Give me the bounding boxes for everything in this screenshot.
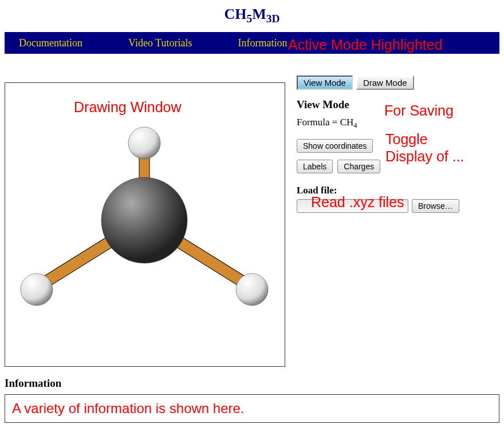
annotation-read-xyz: Read .xyz files bbox=[311, 194, 404, 211]
annotation-toggle-display: Display of ... bbox=[385, 148, 464, 165]
atom-hydrogen-right bbox=[236, 273, 268, 306]
annotation-drawing-window: Drawing Window bbox=[74, 99, 182, 116]
atom-hydrogen-top bbox=[128, 127, 160, 159]
annotation-for-saving: For Saving bbox=[384, 102, 454, 119]
show-coordinates-button[interactable]: Show coordinates bbox=[297, 139, 373, 153]
labels-button[interactable]: Labels bbox=[297, 160, 333, 173]
molecule-svg bbox=[5, 83, 286, 367]
app-title: CH5M3D bbox=[0, 0, 504, 32]
info-heading: Information bbox=[5, 377, 499, 390]
browse-button[interactable]: Browse… bbox=[412, 199, 459, 213]
info-text: A variety of information is shown here. bbox=[12, 401, 245, 416]
atom-hydrogen-left bbox=[21, 273, 53, 306]
view-mode-button[interactable]: View Mode bbox=[297, 76, 353, 90]
annotation-toggle: Toggle bbox=[385, 131, 428, 148]
drawing-window[interactable]: Drawing Window bbox=[5, 82, 285, 367]
charges-button[interactable]: Charges bbox=[337, 160, 380, 173]
annotation-active-mode: Active Mode Highlighted bbox=[288, 37, 499, 53]
info-box: A variety of information is shown here. bbox=[5, 394, 499, 423]
nav-documentation[interactable]: Documentation bbox=[19, 37, 82, 49]
nav-tutorials[interactable]: Video Tutorials bbox=[128, 37, 192, 49]
nav-information[interactable]: Information bbox=[238, 37, 287, 49]
draw-mode-button[interactable]: Draw Mode bbox=[356, 76, 414, 90]
mode-buttons: View Mode Draw Mode bbox=[297, 76, 499, 90]
atom-carbon bbox=[101, 177, 187, 263]
